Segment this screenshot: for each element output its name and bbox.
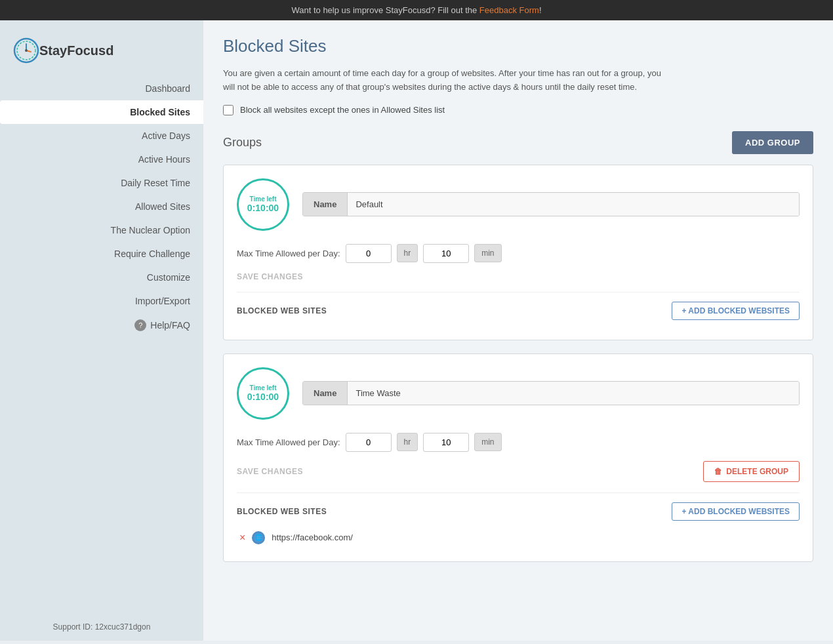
- sidebar-item-active-hours[interactable]: Active Hours: [0, 148, 203, 171]
- sidebar-item-allowed-sites[interactable]: Allowed Sites: [0, 195, 203, 218]
- minutes-input-default[interactable]: [423, 244, 469, 263]
- save-changes-button-time-waste[interactable]: SAVE CHANGES: [237, 467, 303, 476]
- support-id: Support ID: 12xcuc371dgon: [0, 613, 203, 641]
- sidebar-item-help-faq[interactable]: ? Help/FAQ: [0, 313, 203, 338]
- block-all-label: Block all websites except the ones in Al…: [240, 105, 445, 115]
- site-row-facebook: × 🌐 https://facebook.com/: [237, 527, 800, 548]
- max-time-label-time-waste: Max Time Allowed per Day:: [237, 437, 340, 447]
- help-icon: ?: [134, 319, 146, 331]
- sidebar-item-blocked-sites[interactable]: Blocked Sites: [0, 100, 203, 124]
- blocked-header-default: BLOCKED WEB SITES + ADD BLOCKED WEBSITES: [237, 302, 800, 320]
- sidebar-item-dashboard[interactable]: Dashboard: [0, 77, 203, 100]
- logo-area: StayFocusd: [0, 27, 203, 77]
- max-time-row-time-waste: Max Time Allowed per Day: hr min: [237, 433, 800, 452]
- blocked-header-time-waste: BLOCKED WEB SITES + ADD BLOCKED WEBSITES: [237, 502, 800, 521]
- timer-value-default: 0:10:00: [247, 203, 279, 213]
- groups-label: Groups: [223, 136, 262, 150]
- group-card-default: Time left 0:10:00 Name Max Time Allowed …: [223, 165, 813, 340]
- group-card-time-waste: Time left 0:10:00 Name Max Time Allowed …: [223, 353, 813, 562]
- site-globe-icon-facebook: 🌐: [252, 531, 265, 544]
- blocked-section-label-default: BLOCKED WEB SITES: [237, 306, 327, 315]
- add-blocked-button-default[interactable]: + ADD BLOCKED WEBSITES: [672, 302, 800, 320]
- site-remove-button-facebook[interactable]: ×: [239, 533, 245, 543]
- blocked-sites-section-default: BLOCKED WEB SITES + ADD BLOCKED WEBSITES: [237, 292, 800, 320]
- max-time-row-default: Max Time Allowed per Day: hr min: [237, 244, 800, 263]
- delete-group-label: DELETE GROUP: [726, 467, 788, 476]
- hours-unit-default: hr: [397, 244, 418, 262]
- action-row-default: SAVE CHANGES: [237, 272, 800, 281]
- banner-text-end: !: [539, 5, 542, 15]
- timer-label-time-waste: Time left: [250, 384, 277, 392]
- name-input-time-waste[interactable]: [348, 382, 799, 405]
- hours-input-default[interactable]: [346, 244, 392, 263]
- blocked-sites-section-time-waste: BLOCKED WEB SITES + ADD BLOCKED WEBSITES…: [237, 493, 800, 548]
- save-changes-button-default[interactable]: SAVE CHANGES: [237, 272, 303, 281]
- trash-icon: 🗑: [714, 467, 722, 476]
- sidebar: StayFocusd Dashboard Blocked Sites Activ…: [0, 20, 203, 641]
- name-field-label-default: Name: [303, 193, 348, 216]
- name-row-time-waste: Name: [302, 381, 800, 405]
- logo-text: StayFocusd: [39, 43, 113, 58]
- timer-value-time-waste: 0:10:00: [247, 392, 279, 402]
- name-input-default[interactable]: [348, 193, 799, 216]
- groups-header: Groups ADD GROUP: [223, 131, 813, 154]
- minutes-input-time-waste[interactable]: [423, 433, 469, 452]
- block-all-checkbox[interactable]: [223, 105, 234, 115]
- group-top-default: Time left 0:10:00 Name: [237, 178, 800, 231]
- page-title: Blocked Sites: [223, 36, 813, 56]
- minutes-unit-time-waste: min: [474, 433, 501, 451]
- timer-circle-default: Time left 0:10:00: [237, 178, 289, 231]
- sidebar-item-import-export[interactable]: Import/Export: [0, 289, 203, 313]
- timer-circle-time-waste: Time left 0:10:00: [237, 367, 289, 420]
- sidebar-item-active-days[interactable]: Active Days: [0, 124, 203, 148]
- group-top-time-waste: Time left 0:10:00 Name: [237, 367, 800, 420]
- minutes-unit-default: min: [474, 244, 501, 262]
- timer-label-default: Time left: [250, 195, 277, 203]
- add-group-button[interactable]: ADD GROUP: [732, 131, 813, 154]
- sidebar-item-nuclear-option[interactable]: The Nuclear Option: [0, 218, 203, 242]
- action-row-time-waste: SAVE CHANGES 🗑 DELETE GROUP: [237, 461, 800, 482]
- help-faq-label: Help/FAQ: [150, 320, 190, 331]
- feedback-link[interactable]: Feedback Form: [479, 5, 539, 15]
- blocked-section-label-time-waste: BLOCKED WEB SITES: [237, 507, 327, 516]
- name-row-default: Name: [302, 192, 800, 216]
- svg-point-4: [25, 49, 28, 52]
- top-banner: Want to help us improve StayFocusd? Fill…: [0, 0, 833, 20]
- sidebar-item-customize[interactable]: Customize: [0, 266, 203, 289]
- hours-unit-time-waste: hr: [397, 433, 418, 451]
- sidebar-item-require-challenge[interactable]: Require Challenge: [0, 242, 203, 266]
- add-blocked-button-time-waste[interactable]: + ADD BLOCKED WEBSITES: [672, 502, 800, 521]
- site-url-facebook: https://facebook.com/: [272, 533, 353, 542]
- banner-text: Want to help us improve StayFocusd? Fill…: [291, 5, 479, 15]
- sidebar-item-daily-reset-time[interactable]: Daily Reset Time: [0, 171, 203, 195]
- name-field-label-time-waste: Name: [303, 382, 348, 405]
- delete-group-button-time-waste[interactable]: 🗑 DELETE GROUP: [703, 461, 800, 482]
- main-content: Blocked Sites You are given a certain am…: [203, 20, 833, 641]
- max-time-label-default: Max Time Allowed per Day:: [237, 249, 340, 258]
- hours-input-time-waste[interactable]: [346, 433, 392, 452]
- block-all-checkbox-row: Block all websites except the ones in Al…: [223, 105, 813, 115]
- page-description: You are given a certain amount of time e…: [223, 67, 669, 94]
- logo-icon: [13, 37, 39, 64]
